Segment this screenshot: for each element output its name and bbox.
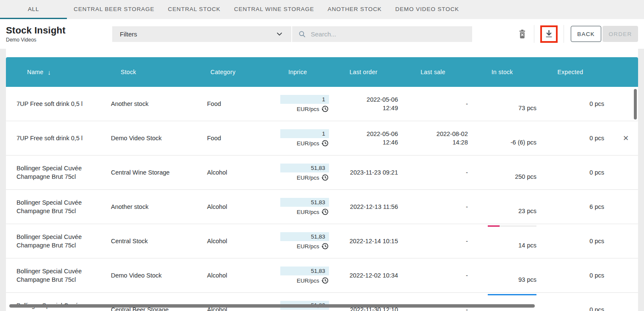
download-highlight-box (540, 25, 558, 43)
cell-remove: ✕ (604, 134, 638, 143)
filters-dropdown[interactable]: Filters (112, 26, 291, 42)
column-header-category[interactable]: Category (207, 69, 266, 75)
cell-in-stock: -6 (6) pcs (468, 121, 536, 155)
order-button[interactable]: ORDER (603, 26, 638, 42)
search-icon (298, 30, 306, 38)
table-row[interactable]: 7UP Free soft drink 0,5 l Another stock … (6, 87, 638, 121)
page-title: Stock Insight (6, 25, 112, 36)
table-row[interactable]: Bollinger Special Cuvée Champagne Brut 7… (6, 293, 638, 311)
cell-remove: ✕ (604, 100, 638, 108)
cell-stock: Another stock (111, 100, 207, 107)
cell-inprice: 51,83 EUR/pcs (266, 198, 329, 216)
tab-another-stock[interactable]: ANOTHER STOCK (321, 0, 389, 19)
column-header-last-sale[interactable]: Last sale (398, 69, 468, 75)
divider (564, 25, 564, 43)
table-row[interactable]: Bollinger Special Cuvée Champagne Brut 7… (6, 224, 638, 258)
cell-in-stock: 14 pcs (468, 224, 536, 258)
inprice-value: 1 (280, 95, 329, 104)
table-row[interactable]: Bollinger Special Cuvée Champagne Brut 7… (6, 156, 638, 190)
inprice-unit: EUR/pcs (297, 140, 319, 147)
cell-last-order: 2023-11-23 09:21 (329, 168, 398, 177)
column-header-inprice[interactable]: Inprice (266, 69, 329, 75)
tab-central-beer-storage[interactable]: CENTRAL BEER STORAGE (67, 0, 161, 19)
inprice-unit-line: EUR/pcs (297, 105, 329, 113)
title-block: Stock Insight Demo Videos (6, 25, 112, 43)
download-icon (544, 29, 554, 39)
price-history-icon[interactable] (321, 208, 329, 216)
cell-inprice: 51,83 EUR/pcs (266, 267, 329, 284)
in-stock-value: -6 (6) pcs (511, 139, 536, 146)
search-input[interactable] (310, 30, 466, 38)
delete-button[interactable] (518, 29, 527, 39)
cell-in-stock: 2 pcs (468, 293, 536, 311)
in-stock-value: 250 pcs (515, 173, 536, 180)
column-header-name[interactable]: Name ↓ (6, 69, 111, 76)
price-history-icon[interactable] (321, 174, 329, 181)
inprice-value: 51,83 (280, 232, 329, 241)
toolbar-actions: BACK ORDER (518, 25, 638, 43)
column-label-name: Name (27, 69, 44, 75)
vertical-scrollbar[interactable] (634, 87, 637, 301)
cell-remove: ✕ (604, 271, 638, 280)
cell-expected: 0 pcs (536, 168, 604, 177)
cell-in-stock: 93 pcs (468, 258, 536, 292)
stock-level-bar-fill (488, 225, 500, 227)
cell-category: Alcohol (207, 169, 266, 176)
tab-central-stock[interactable]: CENTRAL STOCK (161, 0, 227, 19)
inprice-unit-line: EUR/pcs (297, 277, 329, 284)
vertical-scrollbar-thumb[interactable] (634, 89, 637, 119)
app-root: ALLCENTRAL BEER STORAGECENTRAL STOCKCENT… (0, 0, 644, 308)
cell-category: Alcohol (207, 272, 266, 279)
table-row[interactable]: Bollinger Special Cuvée Champagne Brut 7… (6, 190, 638, 224)
cell-last-sale: - (398, 237, 468, 245)
price-history-icon[interactable] (321, 242, 329, 250)
download-button[interactable] (544, 29, 554, 39)
tab-central-wine-storage[interactable]: CENTRAL WINE STORAGE (227, 0, 321, 19)
toolbar: Stock Insight Demo Videos Filters (0, 19, 644, 49)
cell-inprice: 1 EUR/pcs (266, 129, 329, 147)
stock-level-bar (488, 294, 536, 295)
cell-expected: 0 pcs (536, 134, 604, 142)
in-stock-value: 73 pcs (518, 105, 536, 111)
cell-last-sale: - (398, 168, 468, 177)
table-header-row: Name ↓ Stock Category Inprice Last order… (6, 57, 638, 87)
cell-name: 7UP Free soft drink 0,5 l (6, 95, 111, 112)
tab-demo-video-stock[interactable]: DEMO VIDEO STOCK (389, 0, 466, 19)
remove-row-icon[interactable]: ✕ (623, 134, 629, 142)
column-header-in-stock[interactable]: In stock (468, 69, 536, 75)
cell-last-order: 2022-05-06 12:49 (329, 95, 398, 112)
price-history-icon[interactable] (321, 105, 329, 113)
cell-in-stock: 73 pcs (468, 87, 536, 121)
inprice-unit: EUR/pcs (297, 175, 319, 181)
cell-last-sale: 2022-08-02 14:28 (398, 130, 468, 147)
tab-all[interactable]: ALL (0, 0, 67, 19)
table-row[interactable]: 7UP Free soft drink 0,5 l Demo Video Sto… (6, 121, 638, 156)
inprice-value: 51,83 (280, 164, 329, 172)
table-row[interactable]: Bollinger Special Cuvée Champagne Brut 7… (6, 258, 638, 293)
price-history-icon[interactable] (321, 139, 329, 147)
price-history-icon[interactable] (321, 277, 329, 284)
horizontal-scrollbar-thumb[interactable] (9, 304, 535, 308)
cell-category: Alcohol (207, 203, 266, 210)
cell-inprice: 1 EUR/pcs (266, 95, 329, 113)
cell-expected: 0 pcs (536, 237, 604, 245)
stock-table-card: Name ↓ Stock Category Inprice Last order… (6, 49, 638, 308)
cell-last-order: 2022-12-02 10:34 (329, 271, 398, 280)
cell-name: Bollinger Special Cuvée Champagne Brut 7… (6, 263, 111, 288)
column-header-expected[interactable]: Expected (536, 69, 604, 75)
back-button[interactable]: BACK (571, 26, 601, 42)
sort-desc-icon[interactable]: ↓ (48, 69, 51, 76)
horizontal-scrollbar[interactable] (6, 304, 638, 308)
inprice-value: 51,83 (280, 267, 329, 275)
inprice-unit: EUR/pcs (297, 209, 319, 215)
column-header-stock[interactable]: Stock (111, 69, 207, 75)
inprice-value: 1 (280, 129, 329, 138)
inprice-unit: EUR/pcs (297, 278, 319, 284)
filters-label: Filters (120, 31, 137, 38)
cell-remove: ✕ (604, 168, 638, 177)
cell-stock: Another stock (111, 203, 207, 210)
search-box[interactable] (292, 26, 472, 42)
cell-name: 7UP Free soft drink 0,5 l (6, 130, 111, 147)
column-header-last-order[interactable]: Last order (329, 69, 398, 75)
cell-expected: 6 pcs (536, 203, 604, 211)
